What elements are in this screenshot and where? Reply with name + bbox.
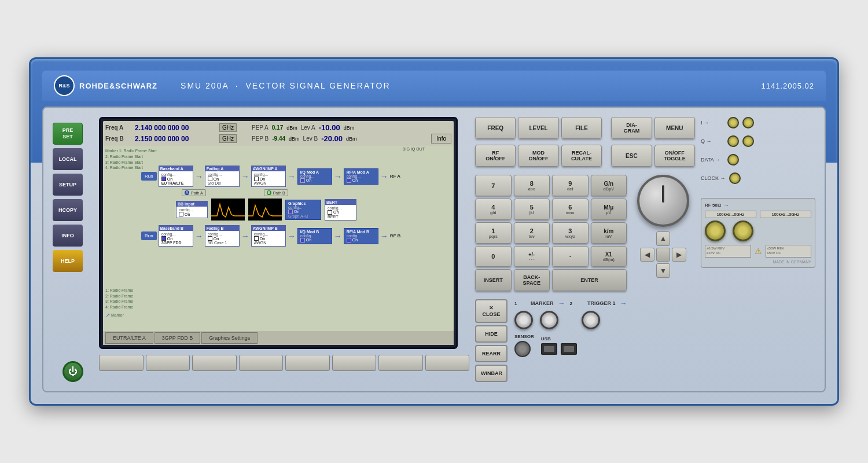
- key-6[interactable]: 6mno: [552, 199, 589, 220]
- sensor-connector: [514, 341, 531, 357]
- level-button[interactable]: LEVEL: [518, 117, 558, 139]
- preset-button[interactable]: PRESET: [53, 123, 83, 145]
- fading-b-block: Fading B config... On 3G Case 1: [205, 225, 240, 247]
- fading-a-on: On: [214, 177, 219, 181]
- key-2[interactable]: 2tuv: [514, 222, 550, 244]
- run-a-button[interactable]: Run: [141, 172, 157, 181]
- tab-eutra-lte-a[interactable]: EUTRA/LTE A: [105, 332, 153, 344]
- graphics-title: Graphics: [288, 201, 318, 205]
- key-0[interactable]: 0: [475, 246, 512, 267]
- file-button[interactable]: FILE: [561, 117, 602, 139]
- nav-right-button[interactable]: ▶: [672, 248, 686, 262]
- pep-b-unit: dBm: [289, 136, 300, 142]
- close-button[interactable]: ✕ CLOSE: [475, 299, 507, 323]
- info-btn[interactable]: Info: [431, 134, 451, 144]
- nav-left-button[interactable]: ◀: [640, 248, 654, 262]
- menu-button[interactable]: MENU: [654, 117, 695, 139]
- nav-pad: ▲ ◀ ▶ ▼: [640, 232, 686, 278]
- warning-icon: ⚠: [755, 245, 762, 258]
- key-1[interactable]: 1pqrs: [475, 222, 512, 244]
- key-x1[interactable]: X1dB(m): [591, 246, 627, 267]
- backspace-button[interactable]: BACK-SPACE: [514, 269, 550, 291]
- usb-port-2[interactable]: [561, 343, 577, 355]
- pep-a-value: 0.17: [272, 124, 283, 131]
- nav-spacer-tl: [640, 232, 654, 246]
- softkey-1[interactable]: [99, 355, 144, 371]
- softkey-7[interactable]: [378, 355, 423, 371]
- baseband-b-title: Baseband B: [159, 226, 193, 231]
- freq-b-label: Freq B: [105, 135, 131, 142]
- recalculate-button[interactable]: RECAL-CULATE: [561, 145, 602, 167]
- key-5[interactable]: 5jkl: [514, 199, 550, 220]
- softkey-2[interactable]: [146, 355, 190, 371]
- nav-center-button[interactable]: [656, 248, 671, 262]
- nav-down-button[interactable]: ▼: [656, 263, 671, 278]
- key-km[interactable]: k/mmV: [591, 222, 627, 244]
- fading-b-mode: 3G Case 1: [208, 241, 237, 245]
- rearr-button[interactable]: REARR: [475, 345, 507, 362]
- key-4[interactable]: 4ghi: [475, 199, 512, 220]
- dig-iq-out-label: DIG IQ OUT: [403, 147, 425, 151]
- key-plusminus[interactable]: +/-· · ·: [514, 246, 550, 267]
- numpad: 7 8abc 9def G/ndBpV 4ghi 5jkl 6mno M/μμV…: [475, 175, 627, 291]
- marker-num-2-label: 2: [570, 301, 572, 306]
- usb-area: USB: [541, 336, 577, 355]
- rf-mod-b-config: config...: [347, 234, 376, 238]
- made-in-germany-label: MADE IN GERMANY: [705, 260, 811, 264]
- screen-section: Freq A 2.140 000 000 00 GHz PEP A 0.17 d…: [99, 117, 469, 382]
- key-3[interactable]: 3wxyz: [552, 222, 589, 244]
- key-gn[interactable]: G/ndBpV: [591, 175, 627, 196]
- front-panel: PRESET LOCAL SETUP HCOPY INFO HELP ⏻ Fre…: [42, 106, 826, 392]
- fading-b-title: Fading B: [205, 226, 239, 231]
- esc-button[interactable]: ESC: [611, 145, 652, 167]
- on-off-toggle-button[interactable]: ON/OFFTOGGLE: [654, 145, 695, 167]
- bert-block: BERT config... On BERT: [325, 199, 356, 221]
- rf-connectors-section: RF 50Ω → 100kHz...6GHz 100kHz...3GHz ≤6.…: [701, 198, 815, 268]
- instrument-body: R&S ROHDE&SCHWARZ SMU 200A · VECTOR SIGN…: [29, 57, 839, 406]
- freq-button[interactable]: FREQ: [475, 117, 516, 139]
- softkey-3[interactable]: [192, 355, 237, 371]
- freq-a-unit: GHz: [219, 123, 237, 132]
- lev-a-unit: dBm: [344, 125, 355, 131]
- mod-on-off-button[interactable]: MODON/OFF: [518, 145, 558, 167]
- setup-button[interactable]: SETUP: [53, 174, 83, 196]
- hide-button[interactable]: HIDE: [475, 325, 507, 343]
- softkey-8[interactable]: [425, 355, 470, 371]
- key-9[interactable]: 9def: [552, 175, 589, 196]
- key-7[interactable]: 7: [475, 175, 512, 196]
- insert-button[interactable]: INSERT: [475, 269, 512, 291]
- bb-input-config: config...: [179, 208, 205, 212]
- winbar-button[interactable]: WINBAR: [475, 365, 507, 382]
- freq-a-label: Freq A: [105, 124, 131, 131]
- pep-a-label: PEP A: [252, 124, 269, 131]
- main-knob[interactable]: [637, 175, 689, 227]
- arrow-4: →: [334, 172, 342, 181]
- fading-a-title: Fading A: [205, 166, 239, 171]
- rf-mod-b-on: On: [352, 238, 358, 242]
- info-button[interactable]: INFO: [53, 225, 83, 247]
- q-connector-2: [742, 135, 754, 147]
- diagram-button[interactable]: DIA-GRAM: [611, 117, 652, 139]
- local-button[interactable]: LOCAL: [53, 148, 83, 170]
- rf-on-off-button[interactable]: RFON/OFF: [475, 145, 516, 167]
- i-connector: [727, 117, 739, 128]
- hcopy-button[interactable]: HCOPY: [53, 199, 83, 221]
- run-b-button[interactable]: Run: [141, 232, 157, 240]
- rf-b-connector: [733, 221, 753, 241]
- softkey-4[interactable]: [239, 355, 284, 371]
- help-button[interactable]: HELP: [53, 250, 83, 272]
- softkey-6[interactable]: [332, 355, 377, 371]
- rf-arrow-icon: →: [723, 202, 729, 208]
- key-8[interactable]: 8abc: [514, 175, 550, 196]
- tab-3gpp-fdd-b[interactable]: 3GPP FDD B: [155, 332, 200, 344]
- iq-mod-a-config: config...: [300, 174, 329, 178]
- usb-port-1[interactable]: [541, 343, 557, 355]
- key-dot[interactable]: ·: [552, 246, 589, 267]
- tab-graphics-settings[interactable]: Graphics Settings: [201, 332, 258, 344]
- power-button[interactable]: ⏻: [62, 361, 83, 382]
- freq-b-value: 2.150 000 000 00: [135, 135, 216, 143]
- nav-up-button[interactable]: ▲: [656, 232, 671, 246]
- key-mu[interactable]: M/μμV: [591, 199, 627, 220]
- enter-button[interactable]: ENTER: [552, 269, 627, 291]
- softkey-5[interactable]: [285, 355, 330, 371]
